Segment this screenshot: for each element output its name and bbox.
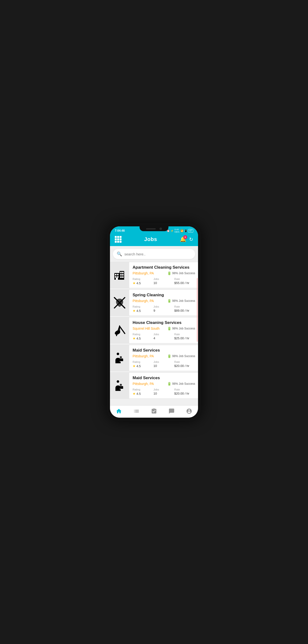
job-success-4: 🔋 98% Job Success [167,354,195,358]
search-icon: 🔍 [117,251,122,257]
job-location-4: Pittsburgh, PA [132,354,154,358]
rating-value-3: 4.5 [136,337,141,340]
menu-button[interactable] [115,236,121,243]
job-stats-4: Rating ★ 4.5 Jobs 10 [132,360,195,368]
house-cleaning-icon [113,324,126,337]
rating-value-5: 4.5 [136,392,141,396]
job-location-2: Pittsburgh, PA [132,299,154,303]
job-success-1: 🔋 98% Job Success [167,271,195,275]
job-location-row-2: Pittsburgh, PA 🔋 98% Job Success [132,299,195,303]
camera [160,228,162,230]
svg-rect-7 [120,272,122,273]
notch [139,226,169,231]
stat-rating-2: Rating ★ 4.5 [132,305,153,313]
job-icon-area-5 [110,373,129,398]
nav-chat[interactable] [169,408,175,414]
job-card-4[interactable]: Maid Services Pittsburgh, PA 🔋 98% Job S… [110,345,198,371]
svg-rect-17 [119,325,120,333]
stat-jobs-1: Jobs 10 [153,278,175,285]
job-location-row-5: Pittsburgh, PA 🔋 98% Job Success [132,382,195,386]
stat-jobs-2: Jobs 9 [153,305,175,313]
svg-rect-8 [122,272,123,273]
battery-icon-5: 🔋 [167,382,171,386]
job-card-1[interactable]: Apartment Cleaning Services Pittsburgh, … [110,262,198,288]
battery-status: 87 [188,229,193,232]
phone-inner: 7:04:46 ⏰ ⚡ 0.44KB/S 📶 📳 87 Jobs [110,226,198,418]
battery-icon-1: 🔋 [167,271,171,275]
apartment-icon [113,269,126,282]
svg-rect-23 [119,386,123,389]
job-stats-1: Rating ★ 4.5 Jobs 10 [132,278,195,285]
svg-rect-10 [122,274,123,276]
search-input[interactable] [124,252,191,256]
job-icon-area-1 [110,262,129,288]
stat-rate-1: Rate $55.00 / hr [174,278,195,285]
jobs-value-1: 10 [153,281,157,285]
rating-value-1: 4.5 [136,282,141,285]
job-success-3: 🔋 98% Job Success [167,326,195,330]
job-details-2: Spring Cleaning Pittsburgh, PA 🔋 98% Job… [129,290,198,316]
job-details-1: Apartment Cleaning Services Pittsburgh, … [129,262,198,288]
stat-rate-3: Rate $25.00 / hr [174,333,195,340]
svg-rect-19 [119,358,123,361]
refresh-icon[interactable]: ↻ [189,236,193,242]
stat-rate-4: Rate $20.00 / hr [174,360,195,368]
star-icon-2: ★ [132,309,136,313]
stat-rate-2: Rate $89.00 / hr [174,305,195,313]
star-icon-4: ★ [132,364,136,368]
job-stats-3: Rating ★ 4.5 Jobs 4 [132,333,195,340]
svg-rect-9 [120,274,122,276]
job-details-4: Maid Services Pittsburgh, PA 🔋 98% Job S… [129,345,198,371]
job-title-3: House Cleaning Services [132,320,195,325]
bluetooth-icon: ⚡ [171,230,174,232]
rate-value-2: $89.00 / hr [174,309,189,312]
jobs-value-4: 10 [153,364,157,368]
phone-frame: 7:04:46 ⏰ ⚡ 0.44KB/S 📶 📳 87 Jobs [107,224,201,420]
content-area: 🔍 [110,246,198,406]
star-icon-3: ★ [132,336,136,340]
stat-jobs-5: Jobs 10 [153,388,175,396]
job-success-5: 🔋 98% Job Success [167,382,195,386]
rate-value-3: $25.00 / hr [174,336,189,340]
svg-rect-2 [117,274,119,275]
spring-icon [113,296,126,309]
nav-clipboard[interactable] [151,408,157,414]
job-title-1: Apartment Cleaning Services [132,265,195,270]
svg-rect-4 [117,276,119,278]
grid-icon [115,236,121,243]
job-location-row-3: Squirrel Hill South 🔋 98% Job Success [132,326,195,330]
job-title-5: Maid Services [132,376,195,380]
job-stats-5: Rating ★ 4.5 Jobs 10 [132,388,195,396]
scrollbar[interactable] [197,278,198,342]
job-details-5: Maid Services Pittsburgh, PA 🔋 98% Job S… [129,373,198,398]
speaker [146,228,156,230]
svg-rect-12 [122,276,123,278]
job-details-3: House Cleaning Services Squirrel Hill So… [129,318,198,343]
job-card-5[interactable]: Maid Services Pittsburgh, PA 🔋 98% Job S… [110,372,198,399]
battery-icon-3: 🔋 [167,326,171,330]
job-location-row-1: Pittsburgh, PA 🔋 98% Job Success [132,271,195,275]
page-title: Jobs [144,236,157,242]
stat-rate-5: Rate $20.00 / hr [174,388,195,396]
search-bar[interactable]: 🔍 [113,249,195,259]
notification-badge: 0 [183,235,187,239]
job-location-5: Pittsburgh, PA [132,382,154,386]
maid-icon-1 [113,352,126,364]
job-card-3[interactable]: House Cleaning Services Squirrel Hill So… [110,317,198,344]
stat-jobs-3: Jobs 4 [153,333,175,340]
nav-profile[interactable] [186,408,192,414]
job-success-2: 🔋 98% Job Success [167,299,195,303]
battery-icon-4: 🔋 [167,354,171,358]
rating-value-4: 4.5 [136,364,141,368]
notification-button[interactable]: 🔔 0 [180,236,186,242]
job-location-1: Pittsburgh, PA [132,271,154,275]
job-card-2[interactable]: Spring Cleaning Pittsburgh, PA 🔋 98% Job… [110,290,198,316]
job-icon-area-4 [110,345,129,371]
star-icon-1: ★ [132,281,136,285]
nav-home[interactable] [116,408,122,414]
nav-list[interactable] [133,408,139,414]
job-title-2: Spring Cleaning [132,293,195,298]
jobs-value-2: 9 [153,309,155,312]
star-icon-5: ★ [132,392,136,396]
svg-point-22 [117,380,119,382]
